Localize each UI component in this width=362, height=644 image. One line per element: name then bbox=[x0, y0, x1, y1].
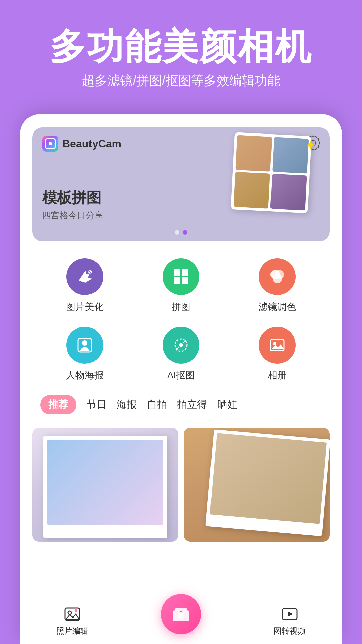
nav-camera-button[interactable]: + bbox=[161, 594, 201, 634]
svg-rect-7 bbox=[182, 277, 188, 284]
tag-selfie[interactable]: 自拍 bbox=[147, 398, 167, 412]
tags-section: 推荐 节日 海报 自拍 拍立得 晒娃 bbox=[20, 388, 342, 421]
image-card-1[interactable] bbox=[32, 428, 178, 542]
banner-main-text: 模板拼图 bbox=[42, 188, 103, 208]
hero-title: 多功能美颜相机 bbox=[20, 27, 342, 67]
feature-label-cutout: AI抠图 bbox=[167, 369, 195, 382]
nav-video-label: 图转视频 bbox=[274, 626, 306, 636]
svg-point-18 bbox=[68, 611, 71, 614]
banner-sub-text: 四宫格今日分享 bbox=[42, 210, 103, 221]
feature-item-album[interactable]: 相册 bbox=[232, 327, 322, 382]
app-name: BeautyCam bbox=[62, 138, 121, 150]
nav-photo-edit-label: 照片编辑 bbox=[56, 626, 88, 636]
collage-cell-2 bbox=[272, 137, 309, 173]
banner-area: BeautyCam 模板拼图 四宫格今日分享 ✦ bbox=[32, 127, 330, 241]
features-section: 图片美化 拼图 滤镜调色 bbox=[20, 241, 342, 388]
tag-recommend[interactable]: 推荐 bbox=[40, 395, 76, 414]
svg-text:+: + bbox=[179, 609, 182, 614]
banner-collage: ✦ bbox=[233, 134, 320, 235]
polaroid-photo-1 bbox=[47, 440, 164, 525]
svg-point-14 bbox=[179, 343, 183, 347]
banner-logo-row: BeautyCam bbox=[42, 136, 121, 152]
feature-label-portrait: 人物海报 bbox=[66, 369, 104, 382]
tag-holiday[interactable]: 节日 bbox=[86, 398, 107, 412]
svg-rect-6 bbox=[174, 277, 180, 284]
cutout-icon-circle bbox=[163, 327, 199, 364]
camera-icon: + bbox=[171, 604, 191, 624]
hero-section: 多功能美颜相机 超多滤镜/拼图/抠图等多效编辑功能 bbox=[0, 0, 362, 103]
banner-dots bbox=[175, 230, 187, 235]
image-card-2[interactable] bbox=[184, 428, 330, 542]
feature-label-collage: 拼图 bbox=[172, 301, 190, 313]
album-icon-circle bbox=[259, 327, 296, 364]
collage-cell-3 bbox=[234, 172, 270, 208]
video-icon bbox=[281, 605, 298, 623]
svg-rect-17 bbox=[65, 608, 80, 620]
collage-icon-circle bbox=[163, 258, 199, 295]
svg-point-10 bbox=[273, 274, 282, 283]
nav-photo-edit[interactable]: 照片编辑 bbox=[56, 605, 88, 636]
polaroid-frame-2 bbox=[205, 429, 330, 536]
nav-video[interactable]: 图转视频 bbox=[274, 605, 306, 636]
collage-cell-1 bbox=[235, 135, 272, 172]
feature-item-portrait[interactable]: 人物海报 bbox=[40, 327, 130, 382]
svg-point-12 bbox=[82, 340, 87, 346]
svg-point-23 bbox=[185, 611, 187, 613]
phone-mockup: BeautyCam 模板拼图 四宫格今日分享 ✦ bbox=[20, 114, 342, 644]
feature-item-beautify[interactable]: 图片美化 bbox=[40, 258, 130, 313]
photo-edit-icon bbox=[64, 605, 81, 623]
sparkle-icon: ✦ bbox=[305, 138, 316, 153]
feature-item-cutout[interactable]: AI抠图 bbox=[136, 327, 226, 382]
tag-poster[interactable]: 海报 bbox=[117, 398, 137, 412]
dot-2 bbox=[183, 230, 187, 235]
tag-polaroid[interactable]: 拍立得 bbox=[177, 398, 207, 412]
feature-item-collage[interactable]: 拼图 bbox=[136, 258, 226, 313]
svg-marker-26 bbox=[288, 612, 293, 616]
polaroid-photo-2 bbox=[210, 433, 327, 524]
filter-icon-circle bbox=[259, 258, 296, 295]
app-icon-inner bbox=[45, 138, 56, 149]
feature-item-filter[interactable]: 滤镜调色 bbox=[232, 258, 322, 313]
svg-rect-5 bbox=[182, 269, 188, 276]
beautify-icon-circle bbox=[66, 258, 103, 295]
images-section bbox=[20, 421, 342, 542]
bottom-nav: 照片编辑 + 图转视频 bbox=[20, 597, 342, 644]
portrait-icon-circle bbox=[66, 327, 103, 364]
feature-label-filter: 滤镜调色 bbox=[258, 301, 296, 313]
banner-text-area: 模板拼图 四宫格今日分享 bbox=[42, 188, 103, 221]
svg-rect-4 bbox=[174, 269, 180, 276]
dot-1 bbox=[175, 230, 179, 235]
tag-baby[interactable]: 晒娃 bbox=[217, 398, 237, 412]
svg-point-16 bbox=[273, 342, 276, 345]
collage-cell-4 bbox=[270, 174, 307, 210]
feature-label-album: 相册 bbox=[268, 369, 287, 382]
collage-grid bbox=[231, 132, 312, 213]
feature-label-beautify: 图片美化 bbox=[66, 301, 104, 313]
polaroid-frame-1 bbox=[43, 436, 168, 538]
hero-subtitle: 超多滤镜/拼图/抠图等多效编辑功能 bbox=[20, 72, 342, 89]
app-icon bbox=[42, 136, 58, 152]
